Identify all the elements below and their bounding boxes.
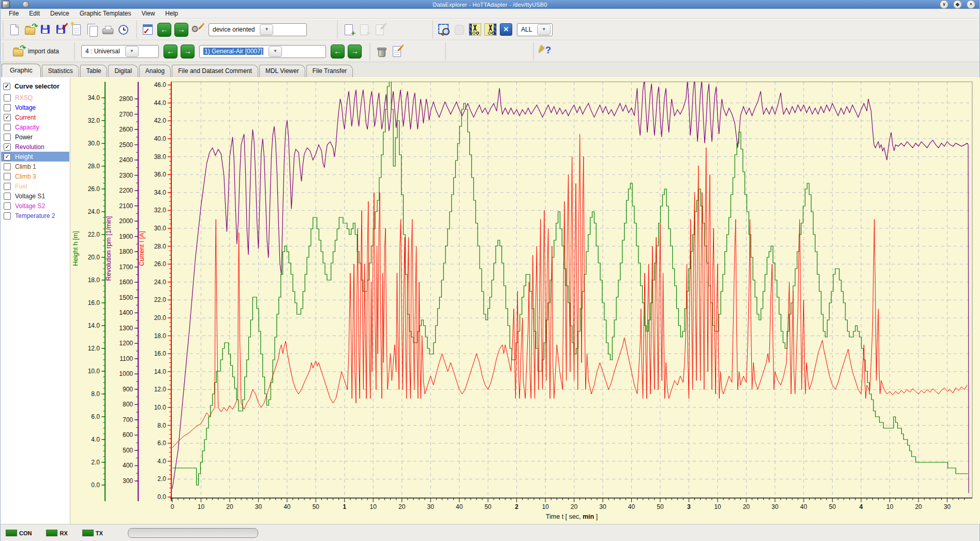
curve-checkbox-voltage[interactable] — [4, 104, 11, 111]
svg-text:4.0: 4.0 — [91, 436, 100, 443]
curve-label-climb-1: Climb 1 — [15, 163, 36, 170]
axis-title-revolution: Revolution rpm [1/min] — [105, 216, 112, 281]
curve-checkbox-rxsq[interactable] — [4, 94, 11, 101]
svg-text:40: 40 — [456, 503, 463, 510]
context-help-cursor-button[interactable]: ? — [537, 43, 553, 59]
open-folder-button[interactable]: ↷ — [22, 22, 38, 37]
menu-view[interactable]: View — [137, 9, 160, 18]
tab-mdl-viewer[interactable]: MDL Viewer — [259, 65, 305, 77]
delete-record-trash-button[interactable] — [374, 43, 389, 59]
toolbar-group-zoom: ✕ALL▾ — [432, 20, 559, 39]
curve-checkbox-capacity[interactable] — [4, 124, 11, 131]
curve-label-voltage: Voltage — [15, 104, 36, 111]
curve-row-climb-3[interactable]: Climb 3 — [1, 171, 69, 181]
copy-button[interactable] — [84, 22, 100, 37]
save-as-button[interactable] — [53, 22, 69, 37]
curve-checkbox-power[interactable] — [4, 134, 11, 141]
curve-row-voltage-s1[interactable]: Voltage S1 — [1, 191, 69, 201]
scope-combo[interactable]: ALL▾ — [517, 23, 553, 36]
svg-text:50: 50 — [829, 503, 836, 510]
curve-row-height[interactable]: ✓Height — [1, 152, 69, 162]
close-button[interactable]: × — [967, 0, 975, 9]
curve-row-voltage-s2[interactable]: Voltage S2 — [1, 201, 69, 211]
minimize-button[interactable]: ∨ — [940, 0, 948, 9]
curve-label-capacity: Capacity — [15, 124, 39, 131]
chevron-down-icon[interactable]: ▾ — [125, 46, 139, 57]
curve-checkbox-voltage-s2[interactable] — [4, 202, 11, 210]
curve-checkbox-fuel[interactable] — [4, 183, 11, 190]
curve-checkbox-revolution[interactable]: ✓ — [4, 143, 11, 151]
curve-row-current[interactable]: ✓Current — [1, 112, 69, 122]
toolbar-group-file: ↷★ — [3, 20, 134, 39]
led-con: CON — [6, 530, 41, 536]
prev-record-button[interactable]: ← — [331, 45, 345, 59]
next-device-button[interactable]: → — [181, 45, 195, 59]
curve-checkbox-current[interactable]: ✓ — [4, 114, 11, 121]
curve-label-revolution: Revolution — [15, 143, 44, 151]
device-tools-button[interactable]: ⚙ — [190, 22, 205, 37]
curve-row-climb-1[interactable]: Climb 1 — [1, 162, 69, 171]
tab-file-and-dataset-comment[interactable]: File and Dataset Comment — [172, 65, 258, 77]
tab-table[interactable]: Table — [80, 65, 108, 77]
next-record-button[interactable]: → — [348, 45, 362, 59]
next-device-button[interactable]: → — [174, 23, 188, 37]
edit-note-button[interactable]: ★ — [69, 22, 84, 37]
curve-checkbox-height[interactable]: ✓ — [4, 153, 11, 160]
svg-text:16.0: 16.0 — [154, 350, 167, 357]
chevron-down-icon[interactable]: ▾ — [260, 24, 273, 35]
add-record-button[interactable]: + — [341, 22, 357, 37]
curve-checkbox-climb-3[interactable] — [4, 173, 11, 180]
edit-record-pad-button[interactable] — [389, 43, 405, 59]
curve-checkbox-temperature-2[interactable] — [4, 212, 11, 220]
led-tx: TX — [82, 530, 112, 536]
curve-checkbox-voltage-s1[interactable] — [4, 193, 11, 200]
menu-edit[interactable]: Edit — [24, 9, 45, 18]
maximize-button[interactable]: ◆ — [953, 0, 962, 9]
fit-view-button[interactable]: ✕ — [498, 22, 514, 37]
cut-right-button[interactable] — [483, 22, 498, 37]
graphic-chart[interactable]: 3004005006007008009001000110012001300140… — [70, 78, 980, 524]
menu-graphic-templates[interactable]: Graphic Templates — [75, 9, 137, 18]
curve-row-fuel[interactable]: Fuel — [1, 181, 69, 191]
zoom-select-button[interactable] — [436, 22, 452, 37]
curve-selector-header-checkbox[interactable]: ✓ — [3, 83, 10, 90]
svg-text:2: 2 — [515, 503, 518, 510]
curve-checkbox-climb-1[interactable] — [4, 163, 11, 170]
curve-row-rxsq[interactable]: RXSQ — [1, 93, 69, 103]
prev-device-button[interactable]: ← — [164, 45, 177, 59]
print-button[interactable] — [100, 22, 115, 37]
menu-device[interactable]: Device — [45, 9, 75, 18]
prev-device-button[interactable]: ← — [157, 23, 171, 37]
curve-row-temperature-2[interactable]: Temperature 2 — [1, 211, 69, 221]
tab-file-transfer[interactable]: File Transfer — [306, 65, 353, 77]
curve-row-power[interactable]: Power — [1, 132, 69, 142]
chevron-down-icon[interactable]: ▾ — [537, 24, 551, 35]
cut-left-button[interactable] — [467, 22, 483, 37]
svg-text:600: 600 — [123, 431, 133, 438]
tab-graphic[interactable]: Graphic — [2, 64, 41, 77]
new-file-button[interactable] — [7, 22, 22, 37]
menu-file[interactable]: File — [4, 9, 24, 18]
curve-row-capacity[interactable]: Capacity — [1, 122, 69, 132]
edit-note-icon: ★ — [70, 23, 83, 36]
record-combo[interactable]: 1) General-Air [0007]▾ — [199, 45, 326, 58]
curve-row-voltage[interactable]: Voltage — [1, 103, 69, 112]
svg-text:400: 400 — [123, 462, 133, 469]
channel-combo[interactable]: 4 : Universal▾ — [81, 45, 159, 58]
svg-text:1500: 1500 — [119, 294, 133, 301]
tab-digital[interactable]: Digital — [108, 65, 138, 77]
tab-statistics[interactable]: Statistics — [42, 65, 79, 77]
history-clock-button[interactable] — [115, 22, 131, 37]
svg-text:30: 30 — [255, 503, 262, 510]
device-tools-icon: ⚙ — [191, 23, 204, 36]
device-check-button[interactable]: ✓ — [140, 22, 156, 37]
chevron-down-icon[interactable]: ▾ — [269, 46, 282, 57]
import-data-button[interactable]: ↷import data — [7, 43, 64, 59]
menu-help[interactable]: Help — [160, 9, 183, 18]
save-button[interactable] — [38, 22, 53, 37]
tab-analog[interactable]: Analog — [139, 65, 171, 77]
svg-text:30.0: 30.0 — [88, 140, 100, 147]
svg-text:800: 800 — [123, 401, 133, 408]
curve-row-revolution[interactable]: ✓Revolution — [1, 142, 69, 152]
template-combo[interactable]: device oriented▾ — [209, 23, 307, 36]
